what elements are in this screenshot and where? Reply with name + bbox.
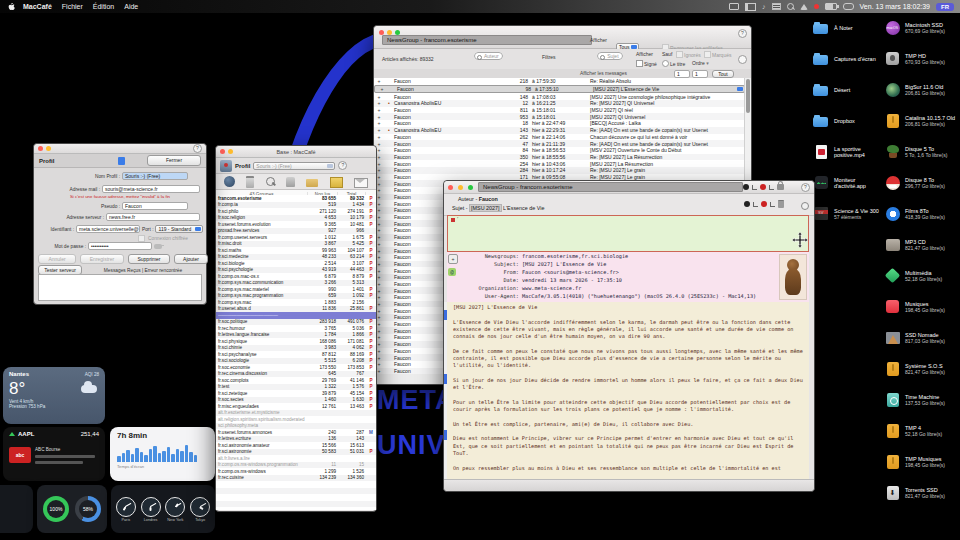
next-flag-icon[interactable] <box>761 201 767 207</box>
group-row[interactable]: fr.comp.os.mac-os.x6 8798 879P <box>216 273 376 280</box>
battery-widget[interactable]: 100%58% <box>37 485 107 533</box>
group-row[interactable]: fr.soc.economie173 550173 853P <box>216 364 376 371</box>
group-row[interactable]: fr.sci.physique168 086171 081P <box>216 338 376 345</box>
record-icon[interactable] <box>814 4 819 9</box>
desktop-icon-macintosh-ssd[interactable]: Macintosh SSD670,69 Go libre(s) <box>884 16 960 40</box>
thread2-icon[interactable] <box>769 185 774 190</box>
close-button[interactable] <box>38 146 43 151</box>
group-row[interactable]: fr.rec.cinema.discussion645767 <box>216 371 376 378</box>
desktop-icon-multim-dia[interactable]: Multimédia52,18 Go libre(s) <box>884 264 960 288</box>
letitre-radio[interactable]: Le titre <box>662 60 685 67</box>
world-clock-widget[interactable]: ParisLondresNew YorkTokyo <box>111 485 215 533</box>
serveur-field[interactable]: news.free.fr <box>106 213 200 221</box>
partial-widget[interactable] <box>0 485 33 533</box>
group-row[interactable]: fr.soc.sectes1 4601 630P <box>216 397 376 404</box>
close-button[interactable] <box>448 185 453 190</box>
prev-thread-icon[interactable] <box>753 202 758 207</box>
mark-read-icon[interactable] <box>743 184 749 190</box>
group-row[interactable]: fr.sci.medecine48 23363 214P <box>216 254 376 261</box>
profil-select[interactable]: Souris :-) (Free) <box>253 162 335 170</box>
round-action-button[interactable] <box>801 202 809 210</box>
signe-checkbox[interactable]: Signé <box>636 60 657 67</box>
menu-fichier[interactable]: Fichier <box>62 3 83 10</box>
reply-compose-pane[interactable]: ’ <box>447 215 809 252</box>
message-row[interactable]: +Faucon148à 17:08:03[MSU 2027] Une cosmo… <box>374 93 745 100</box>
desktop-icon-mp3-cd[interactable]: MP3 CD821,47 Go libre(s) <box>884 233 960 257</box>
lock-icon[interactable] <box>777 184 784 190</box>
desktop-icon-science-vie-300[interactable]: Science & Vie 30057 éléments <box>813 202 885 226</box>
group-row[interactable]: fr.rec.humour3 7655 036P <box>216 325 376 332</box>
ignores-checkbox[interactable]: Ignorés <box>676 51 701 58</box>
adresse-mail-field[interactable]: souris@meta-science.fr <box>102 185 200 193</box>
desktop-icon-ssd-nomade[interactable]: SSD Nomade817,03 Go libre(s) <box>884 326 960 350</box>
desktop-icon-catalina-10-15-7-old[interactable]: Catalina 10.15.7 Old206,81 Go libre(s) <box>884 109 960 133</box>
message-row[interactable]: +Faucon254hier à 10:43:06[MSU 2027] La R… <box>374 160 745 167</box>
desktop-icon-disque-8-to[interactable]: Disque 8 To296,77 Go libre(s) <box>884 171 960 195</box>
expand-toggle[interactable]: + <box>374 114 384 120</box>
help-button[interactable]: ? <box>738 29 747 38</box>
mdp-field[interactable]: •••••••••• <box>88 242 152 250</box>
ajouter-button[interactable]: Ajouter <box>174 254 208 264</box>
desktop-icon-moniteur-d-activit-app[interactable]: Moniteur d'activité.app <box>813 171 885 195</box>
sound-icon[interactable]: ♪ <box>762 4 766 10</box>
group-row[interactable]: fr.comp.usenet.serveurs1 0121 675P <box>216 234 376 241</box>
filter-round-button[interactable] <box>738 55 747 64</box>
folder-icon[interactable] <box>306 179 318 187</box>
next-thread-icon[interactable] <box>770 202 775 207</box>
pseudo-field[interactable]: Faucon <box>122 202 188 210</box>
message-row[interactable]: +Faucon953à 15:18:01[MSU 2027] QI Univer… <box>374 113 745 120</box>
list-scrollbar-thumb[interactable] <box>746 79 750 113</box>
expand-toggle[interactable]: + <box>374 134 384 140</box>
message-row[interactable]: +Faucon84hier à 18:56:53[MSV 2027] Ouver… <box>374 147 745 154</box>
group-row[interactable]: fr.usenet.forums.evolution9 36510 481P <box>216 221 376 228</box>
group-row[interactable]: fr.usenet.abus.d11 83625 861P <box>216 306 376 313</box>
desktop-icon--noter[interactable]: À Noter <box>813 16 885 40</box>
expand-toggle[interactable]: + <box>374 107 384 113</box>
expand-toggle[interactable]: + <box>374 127 384 133</box>
group-row[interactable]: fr.sci.psychologie43 91944 463P <box>216 267 376 274</box>
mark-flag-icon[interactable] <box>760 184 766 190</box>
keyboard-icon[interactable] <box>772 3 781 10</box>
group-row[interactable]: proxad.free.services927966 <box>216 228 376 235</box>
mail-icon[interactable] <box>354 178 368 188</box>
group-row[interactable]: fr.lettres.ecriture136143 <box>216 436 376 443</box>
message-row[interactable]: +Faucon284hier à 10:17:24Re: [MSU 2027] … <box>374 167 745 174</box>
group-row[interactable]: fr.sci.biologie2 5143 107P <box>216 260 376 267</box>
trash-icon[interactable] <box>778 200 784 208</box>
desktop-icon-torrents-ssd[interactable]: Torrents SSD821,47 Go libre(s) <box>884 481 960 505</box>
messages-num1-field[interactable]: 1 <box>674 70 690 78</box>
profil-stepper[interactable] <box>118 157 125 165</box>
group-row[interactable]: fr.misc.droit3 8675 425P <box>216 241 376 248</box>
desktop-icon-la-sportive-positive-mp4[interactable]: La sportive positive.mp4 <box>813 140 885 164</box>
group-row[interactable]: fr.sci.sociologie5 5156 208P <box>216 358 376 365</box>
screen-time-widget[interactable]: 7h 8min Temps d'écran <box>110 427 215 481</box>
desktop-icon-captures-d-cran[interactable]: Captures d'écran <box>813 47 885 71</box>
group-row[interactable]: fr.rec.cuisine134 239134 360 <box>216 475 376 482</box>
menu-edition[interactable]: Édition <box>93 3 114 10</box>
desktop-icon-time-machine[interactable]: Time Machine137,53 Go libre(s) <box>884 388 960 412</box>
menu-aide[interactable]: Aide <box>124 3 138 10</box>
bin-icon[interactable] <box>286 177 295 187</box>
marques-checkbox[interactable]: Marqués <box>704 51 731 58</box>
group-row[interactable]: fr.sci.astronomie.amateur15 56615 613 <box>216 442 376 449</box>
supprimer-button[interactable]: Supprimer <box>128 254 170 264</box>
group-row[interactable]: fr.sci.astronomie50 58351 031P <box>216 449 376 456</box>
menu-clock[interactable]: Ven. 13 mars 18:02:39 <box>860 3 930 10</box>
ordre-dropdown[interactable]: Ordre ▾ <box>692 60 709 66</box>
list-window-titlebar[interactable]: NewsGroup - francom.esoterisme Afficher … <box>374 26 751 49</box>
zoom-button[interactable] <box>468 185 473 190</box>
group-row[interactable]: fr.lettres.langue.francaise1 7841 866P <box>216 332 376 339</box>
search-icon[interactable] <box>266 177 275 186</box>
group-row[interactable]: fr.soc.religion4 65310 179P <box>216 215 376 222</box>
desktop-icon-tmp-hd[interactable]: TMP HD670,93 Go libre(s) <box>884 47 960 71</box>
expand-toggle[interactable]: + <box>374 100 384 106</box>
weather-widget[interactable]: Nantes AQI 28 8° Vent 4 km/h Pression 75… <box>3 367 105 424</box>
display-icon[interactable] <box>729 3 739 10</box>
annuler-button[interactable]: Annuler <box>38 254 76 264</box>
auteur-search-input[interactable]: Auteur <box>474 52 503 60</box>
expand-toggle[interactable]: + <box>377 86 387 92</box>
server-log-textarea[interactable] <box>38 274 202 301</box>
trash-icon[interactable] <box>246 176 254 188</box>
group-row[interactable]: fr.usenet.forums.annonces240287M <box>216 429 376 436</box>
sauf-option[interactable]: Sauf <box>662 51 672 57</box>
